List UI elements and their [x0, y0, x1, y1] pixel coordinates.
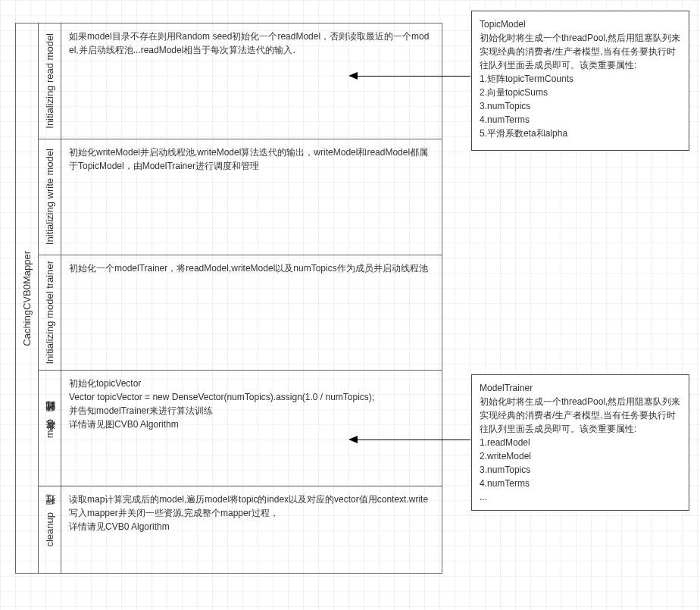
row-title-cell: Initializing write model [39, 139, 61, 255]
row-content: 读取map计算完成后的model,遍历model将topic的index以及对应… [61, 486, 442, 573]
row-title-cell: Initializing read model [39, 23, 61, 139]
topic-model-item: 4.numTerms [480, 113, 681, 127]
model-trainer-box: ModelTrainer 初始化时将生成一个threadPool,然后用阻塞队列… [471, 374, 689, 511]
row-title-cell: 每次map的计算过程 [39, 371, 61, 486]
row-map-compute: 每次map的计算过程 初始化topicVectorVector topicVec… [39, 371, 442, 486]
row-content: 如果model目录不存在则用Random seed初始化一个readModel，… [61, 23, 442, 139]
row-title: Initializing read model [44, 33, 55, 129]
model-trainer-item: 2.writeModel [480, 449, 681, 463]
arrow-topic-model-line [357, 76, 470, 77]
row-init-read-model: Initializing read model 如果model目录不存在则用Ra… [39, 23, 442, 139]
model-trainer-item: ... [480, 490, 681, 504]
row-init-write-model: Initializing write model 初始化writeModel并启… [39, 139, 442, 255]
row-content: 初始化topicVectorVector topicVector = new D… [61, 371, 442, 486]
outer-title-cell: CachingCVB0Mapper [16, 23, 39, 573]
topic-model-item: 2.向量topicSums [480, 86, 681, 99]
rows-container: Initializing read model 如果model目录不存在则用Ra… [39, 23, 442, 573]
row-title: cleanup过程 [43, 512, 57, 547]
topic-model-body: 初始化时将生成一个threadPool,然后用阻塞队列来实现经典的消费者/生产者… [480, 31, 681, 72]
row-title-cell: cleanup过程 [39, 486, 61, 573]
model-trainer-item: 4.numTerms [480, 477, 681, 490]
model-trainer-body: 初始化时将生成一个threadPool,然后用阻塞队列来实现经典的消费者/生产者… [480, 395, 681, 436]
topic-model-item: 3.numTopics [480, 99, 681, 113]
model-trainer-item: 1.readModel [480, 436, 681, 449]
topic-model-box: TopicModel 初始化时将生成一个threadPool,然后用阻塞队列来实… [471, 11, 689, 151]
row-content: 初始化一个modelTrainer，将readModel,writeModel以… [61, 255, 442, 371]
model-trainer-item: 3.numTopics [480, 463, 681, 477]
topic-model-item: 5.平滑系数eta和alpha [480, 127, 681, 140]
topic-model-title: TopicModel [480, 17, 681, 31]
outer-title: CachingCVB0Mapper [21, 251, 33, 346]
row-title: Initializing model trainer [44, 261, 55, 364]
row-init-model-trainer: Initializing model trainer 初始化一个modelTra… [39, 255, 442, 371]
arrow-topic-model-head-icon [348, 72, 358, 80]
arrow-model-trainer-line [357, 440, 470, 440]
row-content: 初始化writeModel并启动线程池,writeModel算法迭代的输出，wr… [61, 139, 442, 255]
caching-cvb0-mapper-container: CachingCVB0Mapper Initializing read mode… [15, 23, 442, 574]
row-title-cell: Initializing model trainer [39, 255, 61, 371]
topic-model-item: 1.矩阵topicTermCounts [480, 72, 681, 86]
row-title: Initializing write model [44, 149, 55, 245]
row-title: 每次map的计算过程 [43, 419, 57, 438]
model-trainer-title: ModelTrainer [480, 381, 681, 395]
arrow-model-trainer-head-icon [348, 436, 358, 443]
row-cleanup: cleanup过程 读取map计算完成后的model,遍历model将topic… [39, 486, 442, 573]
